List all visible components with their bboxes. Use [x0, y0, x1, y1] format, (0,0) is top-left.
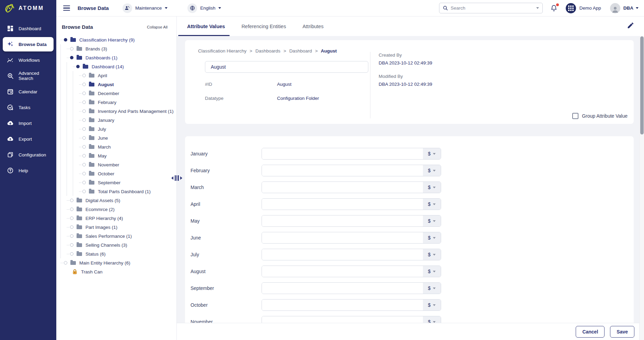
- tree-toggle-collapsed[interactable]: [82, 83, 86, 86]
- tree-toggle-collapsed[interactable]: [82, 118, 86, 122]
- tree-toggle-expanded[interactable]: [70, 56, 73, 59]
- tree-toggle-collapsed[interactable]: [82, 109, 86, 113]
- tree-item[interactable]: June: [56, 133, 176, 142]
- sidebar-item-browse-data[interactable]: Browse Data: [3, 37, 54, 51]
- tree-item-selected[interactable]: August: [56, 80, 176, 89]
- tree-toggle-collapsed[interactable]: [82, 163, 86, 166]
- tree-item[interactable]: Digital Assets (5): [56, 196, 176, 205]
- tree-toggle-collapsed[interactable]: [70, 208, 73, 211]
- sidebar-item-help[interactable]: Help: [3, 163, 54, 178]
- currency-dropdown[interactable]: $: [423, 249, 441, 260]
- tree-item-trash-can[interactable]: Trash Can: [56, 267, 176, 276]
- tree-item[interactable]: Selling Channels (3): [56, 241, 176, 249]
- breadcrumb-item[interactable]: Dashboard: [289, 48, 312, 54]
- month-value-input[interactable]: [262, 215, 423, 226]
- currency-dropdown[interactable]: $: [423, 300, 441, 310]
- role-dropdown[interactable]: Maintenance: [123, 3, 168, 13]
- tree-toggle-expanded[interactable]: [76, 65, 80, 68]
- tree-item[interactable]: December: [56, 89, 176, 98]
- search-input[interactable]: [451, 5, 533, 11]
- sidebar-item-import[interactable]: Import: [3, 116, 54, 130]
- sidebar-item-export[interactable]: Export: [3, 132, 54, 146]
- tree-item[interactable]: Ecommrce (2): [56, 205, 176, 214]
- tab-attribute-values[interactable]: Attribute Values: [187, 16, 225, 36]
- month-value-input[interactable]: [262, 283, 423, 294]
- save-button[interactable]: Save: [610, 326, 634, 338]
- scrollbar-thumb[interactable]: [640, 36, 644, 134]
- tree-item[interactable]: Status (6): [56, 249, 176, 258]
- group-attribute-checkbox[interactable]: [572, 113, 578, 119]
- tree-item[interactable]: Main Entity Hierarchy (6): [56, 258, 176, 267]
- tree-toggle-expanded[interactable]: [64, 38, 67, 42]
- tree-item[interactable]: July: [56, 125, 176, 133]
- sidebar-item-tasks[interactable]: Tasks: [3, 100, 54, 115]
- month-value-input[interactable]: [262, 232, 423, 243]
- collapse-all-button[interactable]: Collapse All: [147, 25, 168, 29]
- avatar[interactable]: [610, 3, 620, 13]
- tree-item[interactable]: September: [56, 178, 176, 187]
- tree-toggle-collapsed[interactable]: [70, 199, 73, 202]
- currency-dropdown[interactable]: $: [423, 232, 441, 243]
- tree-item[interactable]: October: [56, 169, 176, 178]
- tree-toggle-collapsed[interactable]: [70, 216, 73, 220]
- month-value-input[interactable]: [262, 300, 423, 310]
- tree-item[interactable]: Part Images (1): [56, 223, 176, 232]
- tree-item[interactable]: Dashboard (14): [56, 62, 176, 71]
- tab-attributes[interactable]: Attributes: [302, 16, 323, 36]
- currency-dropdown[interactable]: $: [423, 165, 441, 176]
- currency-dropdown[interactable]: $: [423, 182, 441, 193]
- tree-item[interactable]: November: [56, 160, 176, 169]
- hamburger-menu-icon[interactable]: [63, 5, 70, 11]
- month-value-input[interactable]: [262, 199, 423, 210]
- entity-name-input[interactable]: [205, 61, 368, 73]
- tree-toggle-collapsed[interactable]: [82, 154, 86, 157]
- breadcrumb-item[interactable]: Classification Hierarchy: [198, 48, 246, 54]
- user-menu[interactable]: DBA: [623, 5, 639, 11]
- search-dropdown-caret-icon[interactable]: [536, 7, 539, 9]
- tree-toggle-collapsed[interactable]: [70, 234, 73, 238]
- tree-toggle-collapsed[interactable]: [82, 92, 86, 95]
- breadcrumb-item[interactable]: Dashboards: [255, 48, 280, 54]
- tree-item[interactable]: ERP Hierarchy (4): [56, 214, 176, 223]
- tree-item[interactable]: March: [56, 142, 176, 151]
- tree-item[interactable]: May: [56, 151, 176, 160]
- cancel-button[interactable]: Cancel: [576, 326, 605, 338]
- tree-toggle-collapsed[interactable]: [82, 181, 86, 184]
- tree-item[interactable]: Total Parts Dashboard (1): [56, 187, 176, 196]
- sidebar-item-workflows[interactable]: Workflows: [3, 53, 54, 67]
- tree-item[interactable]: February: [56, 98, 176, 107]
- tree-item[interactable]: Inventory And Parts Management (1): [56, 107, 176, 116]
- sidebar-item-advanced-search[interactable]: Advanced Search: [3, 69, 54, 83]
- panel-splitter-handle[interactable]: [170, 173, 183, 183]
- app-switcher-label[interactable]: Demo App: [579, 5, 601, 11]
- tree-item[interactable]: Classification Hierarchy (9): [56, 35, 176, 44]
- tree-item[interactable]: Sales Performance (1): [56, 232, 176, 241]
- language-dropdown[interactable]: English: [187, 3, 221, 13]
- month-value-input[interactable]: [262, 249, 423, 260]
- currency-dropdown[interactable]: $: [423, 148, 441, 159]
- month-value-input[interactable]: [262, 165, 423, 176]
- sidebar-item-calendar[interactable]: Calendar: [3, 84, 54, 99]
- tab-referencing-entities[interactable]: Referencing Entities: [241, 16, 286, 36]
- tree-toggle-collapsed[interactable]: [82, 101, 86, 104]
- tree-toggle-collapsed[interactable]: [82, 145, 86, 149]
- edit-pencil-icon[interactable]: [627, 22, 634, 29]
- tree-toggle-collapsed[interactable]: [70, 252, 73, 256]
- month-value-input[interactable]: [262, 266, 423, 277]
- currency-dropdown[interactable]: $: [423, 215, 441, 226]
- tree-item[interactable]: April: [56, 71, 176, 80]
- tree-item[interactable]: Dashboards (1): [56, 53, 176, 62]
- sidebar-item-dashboard[interactable]: Dashboard: [3, 21, 54, 36]
- tree-toggle-collapsed[interactable]: [82, 190, 86, 193]
- month-value-input[interactable]: [262, 182, 423, 193]
- tree-toggle-collapsed[interactable]: [70, 243, 73, 247]
- app-grid-icon[interactable]: [566, 3, 576, 13]
- tree-toggle-collapsed[interactable]: [64, 261, 67, 265]
- tree-item[interactable]: Brands (3): [56, 44, 176, 53]
- tree-toggle-collapsed[interactable]: [82, 127, 86, 131]
- currency-dropdown[interactable]: $: [423, 266, 441, 277]
- sidebar-item-configuration[interactable]: Configuration: [3, 148, 54, 162]
- currency-dropdown[interactable]: $: [423, 199, 441, 210]
- tree-item[interactable]: January: [56, 116, 176, 125]
- tree-toggle-collapsed[interactable]: [82, 172, 86, 175]
